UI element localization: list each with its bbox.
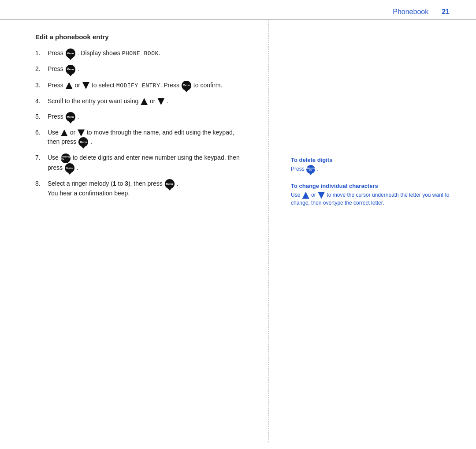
- clr-button-icon: SecrecyClr: [61, 153, 71, 163]
- step-3-num: 3.: [35, 81, 48, 90]
- step-1-num: 1.: [35, 49, 48, 58]
- down-arrow-icon: [82, 82, 89, 89]
- header-page-number: 21: [442, 8, 450, 16]
- step-list: 1. Press Menu . Display shows PHONE BOOK…: [35, 49, 246, 198]
- down-arrow-icon: [157, 98, 164, 105]
- tip-delete-digits: To delete digits Press SecrecyClr .: [291, 157, 458, 174]
- tip-delete-digits-title: To delete digits: [291, 157, 458, 163]
- step-8: 8. Select a ringer melody (1 to 3), then…: [35, 179, 246, 198]
- step-4-body: Scroll to the entry you want using or .: [48, 97, 246, 106]
- step-6-body: Use or to move through the name, and edi…: [48, 128, 246, 147]
- step-7-num: 7.: [35, 153, 48, 162]
- up-arrow-icon: [61, 129, 68, 136]
- left-column: Edit a phonebook entry 1. Press Menu . D…: [0, 20, 269, 442]
- down-arrow-icon: [78, 129, 85, 136]
- tips-container: To delete digits Press SecrecyClr . To c…: [291, 157, 458, 207]
- blue-up-arrow-icon: [302, 192, 309, 199]
- blue-clr-button-icon: SecrecyClr: [306, 165, 315, 174]
- step-8-body: Select a ringer melody (1 to 3), then pr…: [48, 179, 246, 198]
- up-arrow-icon: [66, 82, 73, 89]
- step-5: 5. Press Menu .: [35, 112, 246, 122]
- step-2-body: Press Menu .: [48, 64, 246, 74]
- code-phone-book: PHONE BOOK: [122, 50, 159, 57]
- code-modify-entry: MODIFY ENTRY: [116, 82, 160, 89]
- step-5-num: 5.: [35, 112, 48, 121]
- step-1: 1. Press Menu . Display shows PHONE BOOK…: [35, 49, 246, 58]
- tip-change-chars: To change individual characters Use or t…: [291, 183, 458, 207]
- step-1-body: Press Menu . Display shows PHONE BOOK.: [48, 49, 246, 58]
- tip-delete-digits-body: Press SecrecyClr .: [291, 165, 458, 174]
- right-column: To delete digits Press SecrecyClr . To c…: [269, 20, 476, 442]
- up-arrow-icon: [141, 98, 148, 105]
- step-3: 3. Press or to select MODIFY ENTRY. Pres…: [35, 81, 246, 90]
- menu-button-icon: Menu: [65, 163, 74, 173]
- tip-change-chars-title: To change individual characters: [291, 183, 458, 189]
- step-3-body: Press or to select MODIFY ENTRY. Press M…: [48, 81, 246, 90]
- menu-button-icon: Menu: [66, 65, 75, 75]
- step-5-body: Press Menu .: [48, 112, 246, 122]
- step-7: 7. Use SecrecyClr to delete digits and e…: [35, 153, 246, 173]
- bold-3: 3: [125, 180, 128, 187]
- step-2: 2. Press Menu .: [35, 64, 246, 74]
- step-7-body: Use SecrecyClr to delete digits and ente…: [48, 153, 246, 173]
- bold-1: 1: [113, 180, 116, 187]
- menu-button-icon: Menu: [66, 112, 75, 122]
- section-title: Edit a phonebook entry: [35, 33, 246, 41]
- menu-button-icon: Menu: [66, 49, 75, 58]
- step-6-num: 6.: [35, 128, 48, 137]
- blue-down-arrow-icon: [318, 192, 325, 199]
- menu-button-icon: Menu: [165, 179, 175, 189]
- content-area: Edit a phonebook entry 1. Press Menu . D…: [0, 20, 476, 442]
- header-title: Phonebook: [393, 8, 428, 16]
- menu-button-icon: Menu: [78, 137, 88, 147]
- step-4: 4. Scroll to the entry you want using or…: [35, 97, 246, 106]
- step-4-num: 4.: [35, 97, 48, 106]
- step-2-num: 2.: [35, 64, 48, 74]
- page-container: Phonebook 21 Edit a phonebook entry 1. P…: [0, 0, 476, 449]
- header: Phonebook 21: [0, 0, 476, 20]
- menu-button-icon: Menu: [182, 81, 191, 90]
- tip-change-chars-body: Use or to move the cursor underneath the…: [291, 191, 458, 207]
- step-8-num: 8.: [35, 179, 48, 188]
- step-6: 6. Use or to move through the name, and …: [35, 128, 246, 147]
